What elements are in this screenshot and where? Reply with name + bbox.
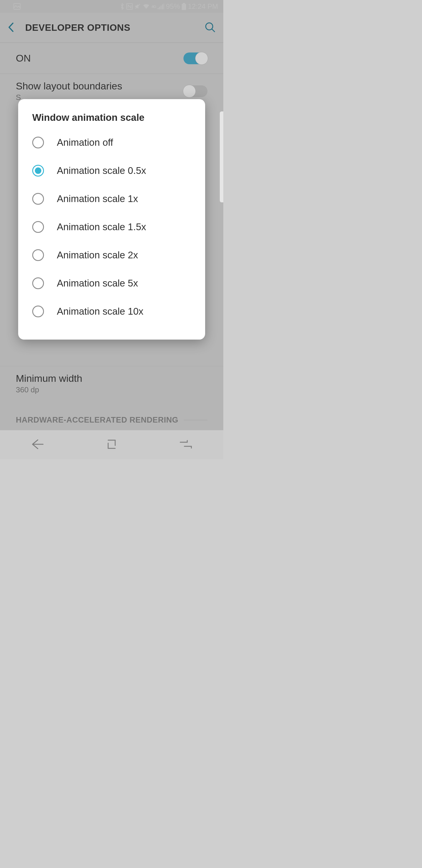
radio-option[interactable]: Animation scale 2x	[18, 241, 205, 269]
radio-label: Animation scale 0.5x	[57, 165, 146, 176]
radio-option[interactable]: Animation scale 5x	[18, 269, 205, 297]
dialog-title: Window animation scale	[18, 112, 205, 128]
radio-label: Animation off	[57, 137, 113, 148]
scrollbar-hint	[220, 112, 223, 202]
dialog-window-animation-scale: Window animation scale Animation offAnim…	[18, 99, 205, 340]
radio-option[interactable]: Animation off	[18, 128, 205, 157]
radio-button-icon	[32, 193, 44, 205]
radio-option[interactable]: Animation scale 0.5x	[18, 157, 205, 185]
radio-option[interactable]: Animation scale 1x	[18, 185, 205, 213]
radio-label: Animation scale 1.5x	[57, 221, 146, 232]
radio-label: Animation scale 1x	[57, 193, 138, 205]
radio-button-icon	[32, 165, 44, 177]
radio-option[interactable]: Animation scale 10x	[18, 297, 205, 326]
radio-option[interactable]: Animation scale 1.5x	[18, 213, 205, 241]
radio-label: Animation scale 5x	[57, 278, 138, 289]
radio-button-icon	[32, 277, 44, 289]
radio-button-icon	[32, 137, 44, 148]
radio-label: Animation scale 10x	[57, 306, 143, 317]
radio-button-icon	[32, 249, 44, 261]
radio-label: Animation scale 2x	[57, 250, 138, 261]
radio-button-icon	[32, 306, 44, 317]
radio-button-icon	[32, 221, 44, 233]
